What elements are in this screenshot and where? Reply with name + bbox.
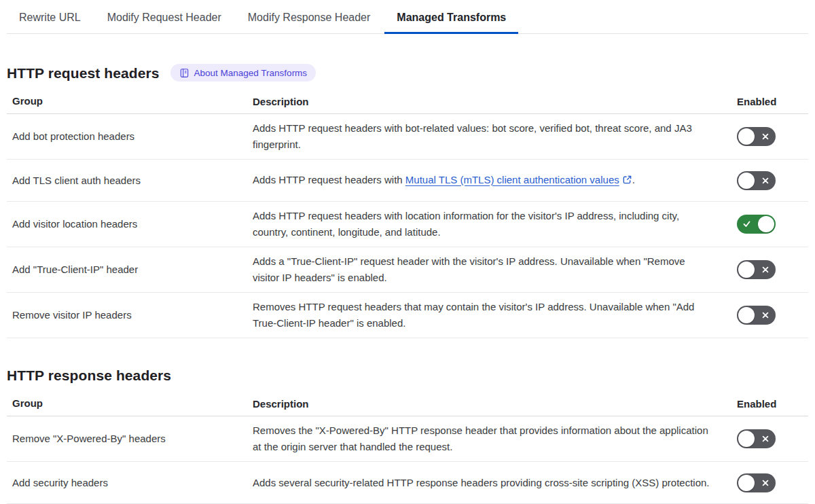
managed-transforms-panel: HTTP request headers About Managed Trans…: [7, 64, 808, 504]
x-icon: [761, 266, 769, 276]
response-headers-table: Group Description Enabled Remove "X-Powe…: [7, 384, 808, 504]
group-name: Add bot protection headers: [7, 129, 253, 144]
request-section-title: HTTP request headers: [7, 65, 160, 82]
enabled-toggle[interactable]: [737, 429, 776, 448]
tab-rewrite-url[interactable]: Rewrite URL: [7, 6, 93, 34]
response-table-header: Group Description Enabled: [7, 384, 808, 416]
row-description: Removes the "X-Powered-By" HTTP response…: [253, 422, 725, 455]
tab-modify-request-header[interactable]: Modify Request Header: [95, 6, 234, 34]
response-section-title: HTTP response headers: [7, 367, 171, 384]
toggle-knob: [738, 262, 755, 278]
tab-managed-transforms[interactable]: Managed Transforms: [384, 6, 518, 34]
group-name: Add TLS client auth headers: [7, 173, 253, 188]
row-description: Adds HTTP request headers with Mutual TL…: [253, 172, 725, 190]
description-text: Adds HTTP request headers with: [253, 174, 405, 185]
book-icon: [179, 68, 189, 78]
group-name: Remove "X-Powered-By" headers: [7, 431, 253, 446]
column-header-enabled: Enabled: [737, 96, 808, 107]
column-header-description: Description: [253, 398, 737, 410]
x-icon: [761, 132, 769, 143]
badge-label: About Managed Transforms: [194, 68, 308, 78]
column-header-description: Description: [253, 96, 737, 107]
enabled-toggle[interactable]: [737, 473, 776, 492]
row-description: Adds HTTP request headers with bot-relat…: [253, 120, 725, 153]
tab-bar: Rewrite URL Modify Request Header Modify…: [7, 0, 808, 34]
x-icon: [761, 177, 769, 187]
group-name: Remove visitor IP headers: [7, 308, 253, 323]
x-icon: [761, 435, 769, 445]
x-icon: [761, 311, 769, 321]
request-table-header: Group Description Enabled: [7, 82, 808, 114]
tab-modify-response-header[interactable]: Modify Response Header: [236, 6, 383, 34]
table-row: Add visitor location headers Adds HTTP r…: [7, 202, 808, 247]
request-section-header: HTTP request headers About Managed Trans…: [7, 64, 808, 82]
about-managed-transforms-badge[interactable]: About Managed Transforms: [170, 64, 316, 82]
response-section-header: HTTP response headers: [7, 367, 808, 384]
toggle-knob: [738, 431, 755, 447]
enabled-toggle[interactable]: [737, 260, 776, 279]
column-header-enabled: Enabled: [737, 398, 808, 410]
enabled-toggle[interactable]: [737, 127, 776, 146]
mtls-docs-link[interactable]: Mutual TLS (mTLS) client authentication …: [405, 174, 632, 185]
row-description: Adds several security-related HTTP respo…: [253, 475, 725, 491]
x-icon: [761, 479, 769, 489]
group-name: Add security headers: [7, 475, 253, 490]
column-header-group: Group: [7, 94, 253, 109]
enabled-toggle[interactable]: [737, 171, 776, 190]
toggle-knob: [738, 475, 755, 491]
row-description: Adds HTTP request headers with location …: [253, 208, 725, 240]
column-header-group: Group: [7, 396, 253, 411]
table-row: Add TLS client auth headers Adds HTTP re…: [7, 160, 808, 202]
table-row: Remove visitor IP headers Removes HTTP r…: [7, 293, 808, 338]
row-description: Adds a "True-Client-IP" request header w…: [253, 253, 725, 286]
check-icon: [742, 219, 751, 230]
enabled-toggle[interactable]: [737, 306, 776, 325]
toggle-knob: [738, 307, 755, 323]
table-row: Add security headers Adds several securi…: [7, 462, 808, 504]
description-text: .: [632, 174, 635, 185]
table-row: Add "True-Client-IP" header Adds a "True…: [7, 247, 808, 293]
toggle-knob: [738, 128, 755, 145]
table-row: Remove "X-Powered-By" headers Removes th…: [7, 416, 808, 462]
toggle-knob: [758, 216, 774, 232]
external-link-icon: [622, 173, 632, 190]
request-headers-table: Group Description Enabled Add bot protec…: [7, 82, 808, 338]
toggle-knob: [738, 173, 755, 189]
table-row: Add bot protection headers Adds HTTP req…: [7, 114, 808, 160]
row-description: Removes HTTP request headers that may co…: [253, 299, 725, 331]
enabled-toggle[interactable]: [737, 215, 776, 234]
group-name: Add visitor location headers: [7, 217, 253, 232]
group-name: Add "True-Client-IP" header: [7, 262, 253, 277]
